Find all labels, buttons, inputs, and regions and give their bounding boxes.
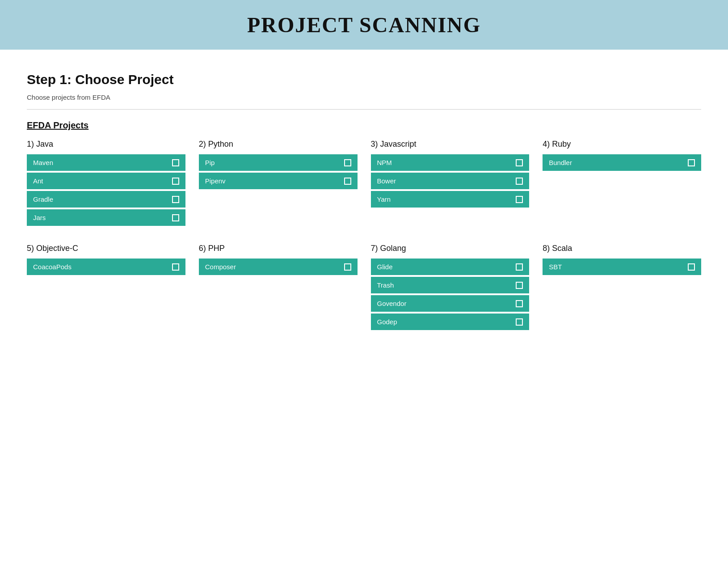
main-content: Step 1: Choose Project Choose projects f… <box>0 50 728 585</box>
tool-item-npm[interactable]: NPM <box>371 154 530 171</box>
tool-list-6: Composer <box>199 259 358 275</box>
tool-checkbox-icon <box>516 318 523 326</box>
tool-item-gradle[interactable]: Gradle <box>27 191 185 208</box>
tool-list-1: MavenAntGradleJars <box>27 154 185 226</box>
tool-checkbox-icon <box>516 196 523 203</box>
project-column-1: 1) JavaMavenAntGradleJars <box>27 140 185 226</box>
tool-item-trash[interactable]: Trash <box>371 277 530 293</box>
tool-item-bower[interactable]: Bower <box>371 173 530 189</box>
tool-item-sbt[interactable]: SBT <box>543 259 701 275</box>
lang-title-6: 6) PHP <box>199 244 358 253</box>
tool-checkbox-icon <box>344 263 351 271</box>
tool-label: Maven <box>33 159 53 166</box>
lang-title-4: 4) Ruby <box>543 140 701 149</box>
tool-checkbox-icon <box>172 263 179 271</box>
tool-checkbox-icon <box>688 159 695 166</box>
tool-list-4: Bundler <box>543 154 701 171</box>
tool-list-3: NPMBowerYarn <box>371 154 530 208</box>
tool-item-composer[interactable]: Composer <box>199 259 358 275</box>
project-column-5: 5) Objective-CCoacoaPods <box>27 244 185 330</box>
lang-title-2: 2) Python <box>199 140 358 149</box>
tool-checkbox-icon <box>172 178 179 185</box>
tool-list-5: CoacoaPods <box>27 259 185 275</box>
tool-item-pipenv[interactable]: Pipenv <box>199 173 358 189</box>
tool-label: Glide <box>377 263 393 271</box>
tool-checkbox-icon <box>344 159 351 166</box>
tool-checkbox-icon <box>172 196 179 203</box>
tool-list-7: GlideTrashGovendorGodep <box>371 259 530 330</box>
tool-checkbox-icon <box>516 178 523 185</box>
tool-item-govendor[interactable]: Govendor <box>371 295 530 312</box>
lang-title-7: 7) Golang <box>371 244 530 253</box>
tool-label: Govendor <box>377 300 407 307</box>
tool-label: Bower <box>377 177 396 185</box>
projects-grid: 1) JavaMavenAntGradleJars2) PythonPipPip… <box>27 140 701 330</box>
tool-item-ant[interactable]: Ant <box>27 173 185 189</box>
project-column-3: 3) JavascriptNPMBowerYarn <box>371 140 530 226</box>
lang-title-5: 5) Objective-C <box>27 244 185 253</box>
tool-label: Trash <box>377 281 394 289</box>
lang-title-3: 3) Javascript <box>371 140 530 149</box>
tool-label: Yarn <box>377 195 391 203</box>
project-column-8: 8) ScalaSBT <box>543 244 701 330</box>
project-column-7: 7) GolangGlideTrashGovendorGodep <box>371 244 530 330</box>
tool-item-coacoapods[interactable]: CoacoaPods <box>27 259 185 275</box>
tool-label: SBT <box>549 263 562 271</box>
page-title: PROJECT SCANNING <box>18 13 710 37</box>
tool-item-jars[interactable]: Jars <box>27 209 185 226</box>
tool-label: NPM <box>377 159 392 166</box>
divider <box>27 109 701 110</box>
efda-section-title: EFDA Projects <box>27 120 701 131</box>
tool-checkbox-icon <box>516 282 523 289</box>
tool-item-glide[interactable]: Glide <box>371 259 530 275</box>
tool-checkbox-icon <box>516 263 523 271</box>
tool-list-2: PipPipenv <box>199 154 358 189</box>
tool-item-godep[interactable]: Godep <box>371 314 530 330</box>
tool-label: Godep <box>377 318 397 326</box>
tool-label: Bundler <box>549 159 572 166</box>
tool-list-8: SBT <box>543 259 701 275</box>
tool-checkbox-icon <box>516 300 523 307</box>
tool-checkbox-icon <box>688 263 695 271</box>
tool-checkbox-icon <box>344 178 351 185</box>
tool-item-yarn[interactable]: Yarn <box>371 191 530 208</box>
tool-item-maven[interactable]: Maven <box>27 154 185 171</box>
tool-label: Pip <box>205 159 215 166</box>
tool-label: Ant <box>33 177 43 185</box>
lang-title-8: 8) Scala <box>543 244 701 253</box>
step-subtitle: Choose projects from EFDA <box>27 93 701 101</box>
tool-checkbox-icon <box>172 214 179 221</box>
tool-label: Jars <box>33 214 46 221</box>
tool-label: Composer <box>205 263 236 271</box>
project-column-6: 6) PHPComposer <box>199 244 358 330</box>
tool-checkbox-icon <box>516 159 523 166</box>
tool-checkbox-icon <box>172 159 179 166</box>
lang-title-1: 1) Java <box>27 140 185 149</box>
tool-label: Pipenv <box>205 177 226 185</box>
tool-label: CoacoaPods <box>33 263 72 271</box>
tool-label: Gradle <box>33 195 53 203</box>
project-column-2: 2) PythonPipPipenv <box>199 140 358 226</box>
step-title: Step 1: Choose Project <box>27 72 701 87</box>
tool-item-bundler[interactable]: Bundler <box>543 154 701 171</box>
project-column-4: 4) RubyBundler <box>543 140 701 226</box>
tool-item-pip[interactable]: Pip <box>199 154 358 171</box>
page-header: PROJECT SCANNING <box>0 0 728 50</box>
